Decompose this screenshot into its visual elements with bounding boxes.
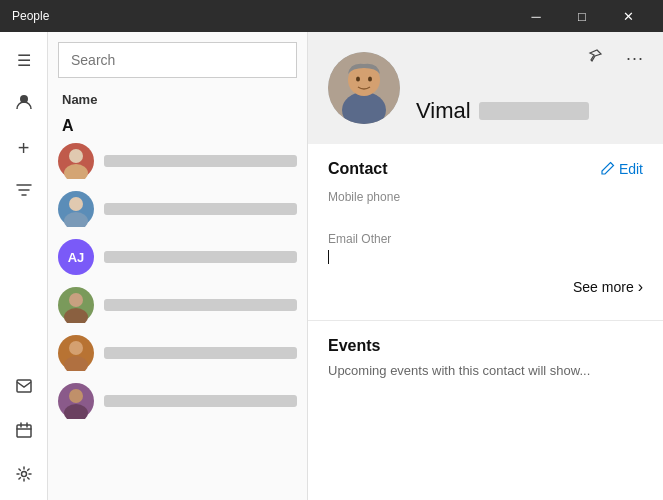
pin-icon bbox=[587, 48, 603, 68]
avatar bbox=[58, 383, 94, 419]
see-more-label: See more bbox=[573, 279, 634, 295]
events-description: Upcoming events with this contact will s… bbox=[328, 363, 643, 378]
calendar-icon bbox=[16, 422, 32, 442]
avatar bbox=[58, 143, 94, 179]
menu-icon: ☰ bbox=[17, 51, 31, 70]
name-header: Name bbox=[48, 88, 307, 111]
avatar bbox=[58, 191, 94, 227]
minimize-button[interactable]: ─ bbox=[513, 0, 559, 32]
mobile-phone-value bbox=[328, 206, 643, 222]
pin-button[interactable] bbox=[579, 42, 611, 74]
contact-name-blurred bbox=[104, 395, 297, 407]
list-item[interactable] bbox=[48, 329, 307, 377]
svg-point-9 bbox=[64, 308, 88, 323]
list-item[interactable]: AJ bbox=[48, 233, 307, 281]
edit-label: Edit bbox=[619, 161, 643, 177]
svg-point-7 bbox=[64, 212, 88, 227]
svg-rect-1 bbox=[17, 380, 31, 392]
svg-point-13 bbox=[64, 404, 88, 419]
svg-rect-2 bbox=[17, 425, 31, 437]
contact-large-name: Vimal bbox=[416, 98, 589, 124]
maximize-button[interactable]: □ bbox=[559, 0, 605, 32]
edit-pencil-icon bbox=[601, 161, 615, 178]
window-controls: ─ □ ✕ bbox=[513, 0, 651, 32]
app-body: ☰ + bbox=[0, 32, 663, 500]
filter-button[interactable] bbox=[4, 172, 44, 212]
close-button[interactable]: ✕ bbox=[605, 0, 651, 32]
mail-icon bbox=[16, 379, 32, 397]
list-item[interactable] bbox=[48, 377, 307, 425]
list-item[interactable] bbox=[48, 185, 307, 233]
app-title: People bbox=[12, 9, 513, 23]
more-options-button[interactable]: ··· bbox=[619, 42, 651, 74]
menu-button[interactable]: ☰ bbox=[4, 40, 44, 80]
email-other-value bbox=[328, 248, 643, 264]
people-nav-button[interactable] bbox=[4, 84, 44, 124]
contact-name-blurred bbox=[104, 155, 297, 167]
svg-point-17 bbox=[356, 77, 360, 82]
list-item[interactable] bbox=[48, 281, 307, 329]
contact-detail-header: ··· V bbox=[308, 32, 663, 144]
email-other-field: Email Other bbox=[328, 232, 643, 264]
svg-point-12 bbox=[69, 389, 83, 403]
search-input[interactable] bbox=[58, 42, 297, 78]
contact-name-blurred bbox=[104, 347, 297, 359]
svg-point-4 bbox=[69, 149, 83, 163]
list-item[interactable] bbox=[48, 137, 307, 185]
svg-point-5 bbox=[64, 164, 88, 179]
email-other-label: Email Other bbox=[328, 232, 643, 246]
svg-point-18 bbox=[368, 77, 372, 82]
contact-name-blurred bbox=[104, 251, 297, 263]
avatar: AJ bbox=[58, 239, 94, 275]
titlebar: People ─ □ ✕ bbox=[0, 0, 663, 32]
mobile-phone-field: Mobile phone bbox=[328, 190, 643, 222]
more-icon: ··· bbox=[626, 49, 644, 67]
mobile-phone-label: Mobile phone bbox=[328, 190, 643, 204]
contact-name-blurred bbox=[104, 299, 297, 311]
icon-sidebar: ☰ + bbox=[0, 32, 48, 500]
settings-icon bbox=[16, 466, 32, 486]
contact-section: Contact Edit Mobile phone Email Other bbox=[308, 144, 663, 321]
settings-button[interactable] bbox=[4, 456, 44, 496]
detail-panel: ··· V bbox=[308, 32, 663, 500]
svg-point-8 bbox=[69, 293, 83, 307]
header-actions: ··· bbox=[579, 42, 651, 74]
svg-point-10 bbox=[69, 341, 83, 355]
filter-icon bbox=[16, 182, 32, 202]
text-cursor bbox=[328, 250, 329, 264]
add-icon: + bbox=[18, 137, 30, 160]
svg-point-11 bbox=[64, 356, 88, 371]
svg-point-6 bbox=[69, 197, 83, 211]
contact-list-panel: Name A AJ bbox=[48, 32, 308, 500]
alpha-group-a: A bbox=[48, 111, 307, 137]
calendar-button[interactable] bbox=[4, 412, 44, 452]
section-title: Contact bbox=[328, 160, 388, 178]
add-contact-button[interactable]: + bbox=[4, 128, 44, 168]
section-header: Contact Edit bbox=[328, 160, 643, 178]
mail-button[interactable] bbox=[4, 368, 44, 408]
events-section: Events Upcoming events with this contact… bbox=[308, 321, 663, 394]
contact-large-avatar bbox=[328, 52, 400, 124]
avatar bbox=[58, 287, 94, 323]
see-more-button[interactable]: See more › bbox=[573, 278, 643, 296]
contact-first-name: Vimal bbox=[416, 98, 471, 124]
events-title: Events bbox=[328, 337, 643, 355]
contact-name-blurred bbox=[104, 203, 297, 215]
contact-list: A AJ bbox=[48, 111, 307, 500]
contact-last-name-blurred bbox=[479, 102, 589, 120]
svg-point-3 bbox=[21, 472, 26, 477]
person-icon bbox=[15, 93, 33, 115]
see-more-row: See more › bbox=[328, 274, 643, 304]
edit-button[interactable]: Edit bbox=[601, 161, 643, 178]
avatar bbox=[58, 335, 94, 371]
chevron-right-icon: › bbox=[638, 278, 643, 296]
search-container bbox=[48, 32, 307, 88]
